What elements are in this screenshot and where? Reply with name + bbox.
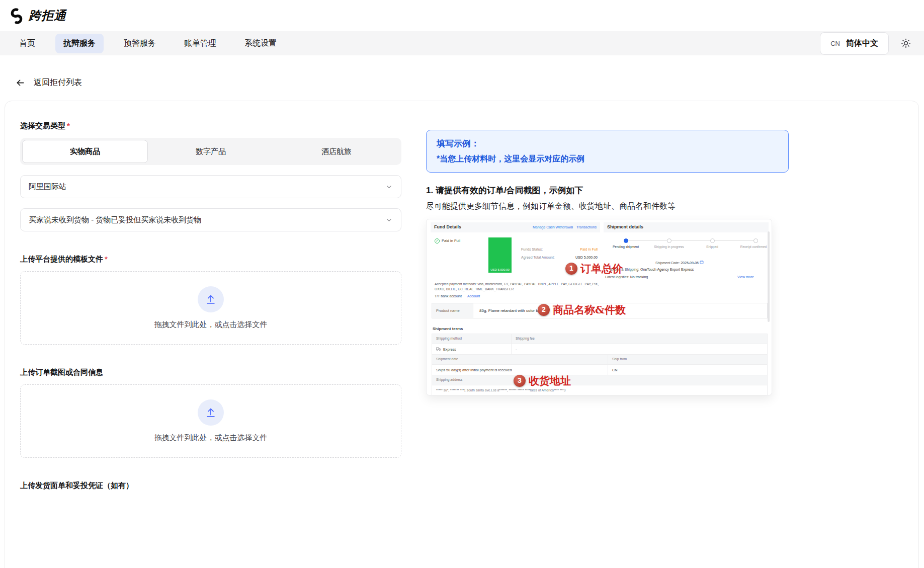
shipment-date-row: Shipment Date: 2025-09-05	[655, 260, 704, 266]
example-sample-screenshot: Fund Details Manage Cash Withdrawal Tran…	[426, 219, 772, 395]
step-label-in-progress: Shipping in progress	[649, 245, 689, 249]
funds-status-value: Paid in Full	[580, 248, 598, 252]
segment-physical-goods[interactable]: 实物商品	[22, 140, 148, 163]
terms-value-row-2: Ships 50 day(s) after initial payment is…	[432, 365, 767, 375]
fund-details-links: Manage Cash Withdrawal Transactions	[533, 225, 597, 230]
shipping-address-value: ***** su*, ******* ***1 south santa ave.…	[432, 385, 767, 395]
step-dot-receipt	[753, 238, 758, 243]
example-notice-box: 填写示例： *当您上传材料时，这里会显示对应的示例	[426, 130, 789, 173]
funds-status-row: Funds Status: Paid in Full	[521, 248, 598, 252]
step-dot-pending	[624, 238, 628, 243]
back-link[interactable]: 返回拒付列表	[34, 77, 82, 88]
terms-header-row-2: Shipment date Ship from	[432, 355, 767, 365]
chevron-down-icon	[385, 183, 393, 191]
example-notice-title: 填写示例：	[437, 138, 778, 149]
view-more-text: View more	[737, 275, 754, 279]
upload-template-label: 上传平台提供的模板文件*	[20, 255, 401, 264]
shipping-fee-value: -	[512, 347, 767, 352]
template-file-dropzone[interactable]: 拖拽文件到此处，或点击选择文件	[20, 271, 401, 345]
product-name-label: Product name	[432, 303, 473, 318]
fund-status-rows: Funds Status: Paid in Full Agreed Total …	[521, 248, 598, 264]
upload-template-label-text: 上传平台提供的模板文件	[20, 255, 103, 263]
platform-select[interactable]: 阿里国际站	[20, 175, 401, 198]
nav-tab-warning-service[interactable]: 预警服务	[116, 34, 164, 53]
language-code: CN	[830, 40, 840, 47]
brand-logo-icon	[9, 8, 25, 24]
dispute-reason-select[interactable]: 买家说未收到货物 - 货物已妥投但买家说未收到货物	[20, 208, 401, 231]
language-selector-button[interactable]: CN 简体中文	[820, 32, 889, 55]
annotation-text: 商品名称&件数	[553, 303, 626, 316]
calendar-icon	[700, 261, 704, 265]
paid-in-full-text: Paid in Full	[442, 238, 460, 243]
language-label: 简体中文	[846, 38, 878, 49]
funds-status-label: Funds Status:	[521, 248, 543, 252]
nav-tab-billing[interactable]: 账单管理	[176, 34, 224, 53]
brand-name: 跨拒通	[29, 8, 66, 24]
upload-section-order: 上传订单截图或合同信息 拖拽文件到此处，或点击选择文件	[20, 368, 401, 458]
account-link: Account	[467, 294, 480, 298]
truck-icon	[436, 347, 441, 351]
paid-in-full-badge: ✓ Paid in Full	[435, 238, 460, 244]
shipment-date-header: Shipment date	[432, 355, 608, 364]
order-screenshot-dropzone[interactable]: 拖拽文件到此处，或点击选择文件	[20, 384, 401, 458]
shipping-method-value: Express	[432, 344, 512, 354]
dispute-form-card: 选择交易类型* 实物商品 数字产品 酒店航旅 阿里国际站 买家说未收到货物 - …	[5, 101, 919, 568]
shipping-address-header: Shipping address	[432, 375, 767, 385]
upload-order-label: 上传订单截图或合同信息	[20, 368, 401, 377]
annotation-number-badge: 3	[514, 375, 526, 387]
nav-tab-system-settings[interactable]: 系统设置	[236, 34, 285, 53]
annotation-number-badge: 1	[565, 263, 577, 275]
segment-hotel-travel[interactable]: 酒店航旅	[274, 140, 399, 163]
annotation-text: 订单总价	[580, 262, 623, 275]
required-asterisk: *	[105, 255, 108, 263]
annotation-number-badge: 2	[538, 304, 550, 316]
agreed-amount-value: USD 5,000.00	[575, 256, 598, 260]
shipment-terms-table: Shipping method Shipping fee Express - S…	[432, 334, 768, 395]
annotation-product-name-qty: 2 商品名称&件数	[538, 303, 626, 316]
step-dot-shipped	[710, 238, 715, 243]
transaction-type-segmented-control: 实物商品 数字产品 酒店航旅	[20, 138, 401, 165]
dropzone-hint: 拖拽文件到此处，或点击选择文件	[154, 433, 268, 443]
shipping-fee-header: Shipping fee	[512, 337, 767, 341]
nav-right-controls: CN 简体中文	[820, 32, 913, 55]
shipment-date-value: 2025-09-05	[681, 261, 699, 265]
shipment-details-title: Shipment details	[607, 224, 643, 230]
nav-tab-home[interactable]: 首页	[11, 34, 43, 53]
example-notice-subtitle: *当您上传材料时，这里会显示对应的示例	[437, 154, 778, 165]
theme-toggle-button[interactable]	[899, 36, 913, 50]
ships-days-value: Ships 50 day(s) after initial payment is…	[432, 365, 608, 375]
platform-select-value: 阿里国际站	[29, 182, 66, 192]
latest-logistics-label: Latest logistics:	[605, 275, 629, 279]
funds-bar: USD 5,000.00	[488, 237, 512, 273]
form-column: 选择交易类型* 实物商品 数字产品 酒店航旅 阿里国际站 买家说未收到货物 - …	[20, 121, 401, 498]
accepted-payment-methods: Accepted payment methods: visa, masterca…	[435, 282, 602, 292]
annotation-text: 收货地址	[529, 374, 571, 387]
sun-icon	[901, 38, 911, 48]
transaction-type-label-text: 选择交易类型	[20, 121, 65, 130]
ship-from-value: CN	[608, 368, 767, 372]
upload-section-template: 上传平台提供的模板文件* 拖拽文件到此处，或点击选择文件	[20, 255, 401, 345]
terms-header-row-1: Shipping method Shipping fee	[432, 334, 767, 344]
app-header: 跨拒通	[0, 0, 924, 31]
terms-value-row-3: ***** su*, ******* ***1 south santa ave.…	[432, 385, 767, 395]
upload-icon-circle	[198, 286, 224, 312]
nav-tab-dispute-service[interactable]: 抗辩服务	[55, 34, 104, 53]
example-column: 填写示例： *当您上传材料时，这里会显示对应的示例 1. 请提供有效的订单/合同…	[426, 130, 789, 395]
dispute-reason-select-value: 买家说未收到货物 - 货物已妥投但买家说未收到货物	[29, 215, 201, 225]
annotation-shipping-address: 3 收货地址	[514, 374, 571, 387]
upload-icon	[205, 407, 216, 418]
stepper-line	[628, 240, 754, 241]
back-row: 返回拒付列表	[15, 77, 924, 88]
segment-digital-products[interactable]: 数字产品	[148, 140, 274, 163]
view-more-link: View more	[737, 275, 754, 280]
tt-bank-account-row: T/T bank account Account	[435, 294, 480, 299]
funds-bar-amount: USD 5,000.00	[490, 268, 510, 273]
upload-shipping-proof-label: 上传发货面单和妥投凭证（如有）	[20, 481, 401, 491]
terms-header-row-3: Shipping address	[432, 375, 767, 385]
latest-logistics-value: No tracking	[630, 275, 648, 279]
shipment-terms-title: Shipment terms	[433, 327, 463, 332]
back-arrow-icon[interactable]	[15, 77, 26, 88]
sample-fund-details-header: Fund Details Manage Cash Withdrawal Tran…	[431, 222, 600, 232]
latest-logistics-row: Latest logistics: No tracking	[605, 275, 648, 280]
upload-icon-circle	[198, 399, 224, 426]
